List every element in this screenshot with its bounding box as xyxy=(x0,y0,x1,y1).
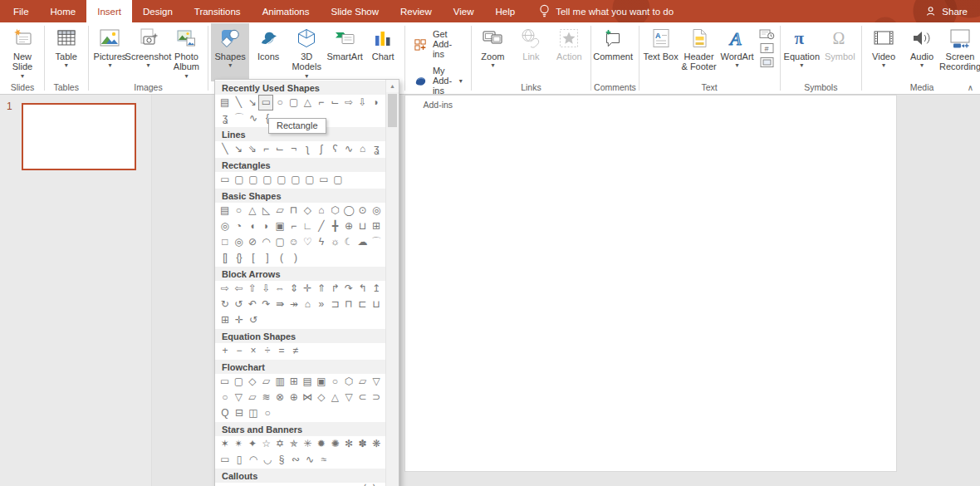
shape-item[interactable]: ✴ xyxy=(232,437,246,451)
shape-item[interactable]: » xyxy=(314,297,328,312)
scrollbar-thumb[interactable] xyxy=(388,94,397,127)
shape-item[interactable]: ( xyxy=(274,251,288,265)
shape-item[interactable]: ⋈ xyxy=(300,390,314,405)
shape-item[interactable]: ⊘ xyxy=(245,235,259,249)
shape-item[interactable]: ◗ xyxy=(369,96,383,110)
shape-item[interactable]: ◡ xyxy=(260,453,274,467)
shape-item[interactable]: ⌐ xyxy=(287,219,301,233)
shape-item[interactable]: ⌂ xyxy=(355,142,370,156)
shape-item[interactable]: ∾ xyxy=(288,453,302,467)
tell-me-box[interactable]: Tell me what you want to do xyxy=(539,0,674,22)
shape-item[interactable]: ▢ xyxy=(260,173,274,187)
tab-view[interactable]: View xyxy=(443,0,485,22)
shape-item[interactable]: ▽ xyxy=(369,375,383,389)
shape-item[interactable]: ○ xyxy=(328,375,342,389)
shape-item[interactable]: ✛ xyxy=(300,282,314,296)
shape-item[interactable]: ʃ xyxy=(314,142,328,156)
shape-item[interactable]: ÷ xyxy=(260,344,274,358)
shape-item[interactable]: ◎ xyxy=(232,235,246,249)
shape-item[interactable]: ○ xyxy=(260,406,274,420)
header-footer-button[interactable]: Header & Footer xyxy=(680,23,718,81)
shape-item[interactable]: ] xyxy=(260,251,274,265)
shape-item[interactable]: ▤ xyxy=(300,375,314,389)
shape-item[interactable]: ✹ xyxy=(314,437,328,451)
shape-item[interactable]: Q xyxy=(218,406,232,420)
shape-item[interactable]: ◎ xyxy=(369,204,383,218)
action-button[interactable]: Action xyxy=(550,23,588,81)
zoom-button[interactable]: Zoom▾ xyxy=(473,23,512,81)
shape-item[interactable]: ∿ xyxy=(341,142,355,156)
shape-item[interactable]: ▣ xyxy=(272,219,287,233)
shape-item[interactable]: ↻ xyxy=(218,297,232,312)
tab-animations[interactable]: Animations xyxy=(252,0,321,22)
shape-item[interactable]: ↺ xyxy=(246,313,260,327)
shape-item[interactable]: ▣ xyxy=(314,375,328,389)
shape-item[interactable]: ⊕ xyxy=(287,390,301,405)
tab-home[interactable]: Home xyxy=(40,0,87,22)
slide-1-thumbnail[interactable] xyxy=(22,103,136,170)
table-button[interactable]: Table▾ xyxy=(47,23,86,81)
shape-item[interactable]: ▱ xyxy=(245,390,259,405)
shape-item[interactable]: ◗ xyxy=(259,219,273,233)
shape-item[interactable]: ⇨ xyxy=(218,282,232,296)
shape-item[interactable]: △ xyxy=(328,390,342,405)
shape-item[interactable]: ≈ xyxy=(316,453,331,467)
shape-item[interactable]: ≠ xyxy=(288,344,302,358)
shape-item[interactable]: ▱ xyxy=(272,204,287,218)
shape-item[interactable]: ↷ xyxy=(259,297,273,312)
screenshot-button[interactable]: Screenshot▾ xyxy=(129,23,167,81)
shape-item[interactable]: ⬡ xyxy=(328,204,342,218)
insert-object-button[interactable] xyxy=(759,56,775,68)
shape-item[interactable]: ) xyxy=(288,251,302,265)
shape-item[interactable]: ▱ xyxy=(355,375,370,389)
shape-item[interactable]: ⊔ xyxy=(355,219,370,233)
shape-item[interactable]: ◠ xyxy=(246,453,260,467)
shape-item[interactable]: ↘ xyxy=(245,96,259,110)
shape-item[interactable]: ⊙ xyxy=(355,204,370,218)
shape-item[interactable]: {} xyxy=(232,251,246,265)
shape-item[interactable]: ▢ xyxy=(232,173,246,187)
date-and-time-button[interactable] xyxy=(759,28,775,40)
shape-item[interactable]: △ xyxy=(245,204,259,218)
chart-button[interactable]: Chart xyxy=(364,23,402,81)
shape-item[interactable]: − xyxy=(232,344,246,358)
shape-item[interactable]: ▭ xyxy=(218,453,232,467)
slide-thumbnail-panel[interactable]: 1 xyxy=(0,94,152,486)
shape-item[interactable]: △ xyxy=(300,96,314,110)
shape-item[interactable]: ✻ xyxy=(341,437,355,451)
shape-item[interactable]: ◇ xyxy=(245,375,259,389)
link-button[interactable]: Link xyxy=(512,23,550,81)
shape-item[interactable]: ⊞ xyxy=(287,375,301,389)
shape-item[interactable]: + xyxy=(218,344,232,358)
equation-button[interactable]: πEquation▾ xyxy=(782,23,821,81)
shape-item[interactable]: ☺ xyxy=(287,235,301,249)
shape-item[interactable]: ⌒ xyxy=(232,111,246,125)
shape-item[interactable]: ▱ xyxy=(259,375,273,389)
shape-item[interactable]: ▽ xyxy=(341,390,355,405)
shape-item[interactable]: ↶ xyxy=(245,297,259,312)
shape-item[interactable]: ▢ xyxy=(331,173,345,187)
shape-item[interactable]: ☾ xyxy=(341,235,355,249)
shape-item[interactable]: ◇ xyxy=(314,390,328,405)
shape-item[interactable]: ▭ xyxy=(218,375,232,389)
shape-item[interactable]: ʓ xyxy=(218,111,232,125)
shape-item[interactable]: ⊔ xyxy=(369,297,383,312)
shape-item[interactable]: ☆ xyxy=(259,437,273,451)
shape-item[interactable]: × xyxy=(246,344,260,358)
scroll-up-button[interactable]: ▲ xyxy=(386,80,399,92)
shape-item[interactable]: ✶ xyxy=(218,437,232,451)
shape-item[interactable]: ≋ xyxy=(259,390,273,405)
tab-review[interactable]: Review xyxy=(390,0,443,22)
shape-item[interactable]: [] xyxy=(218,251,232,265)
shape-item[interactable]: ⊐ xyxy=(328,297,342,312)
shape-item[interactable]: ╲ xyxy=(218,142,232,156)
shape-item[interactable]: ↠ xyxy=(287,297,301,312)
shape-item[interactable]: ○ xyxy=(218,390,232,405)
shape-item[interactable]: ▽ xyxy=(232,390,246,405)
slide-number-button[interactable]: # xyxy=(759,42,775,54)
shape-item[interactable]: ↥ xyxy=(369,282,383,296)
symbol-button[interactable]: ΩSymbol xyxy=(821,23,859,81)
shape-item[interactable]: ⌐ xyxy=(314,96,328,110)
shape-item[interactable]: ⇩ xyxy=(355,96,370,110)
shape-item[interactable]: ✳ xyxy=(300,437,314,451)
